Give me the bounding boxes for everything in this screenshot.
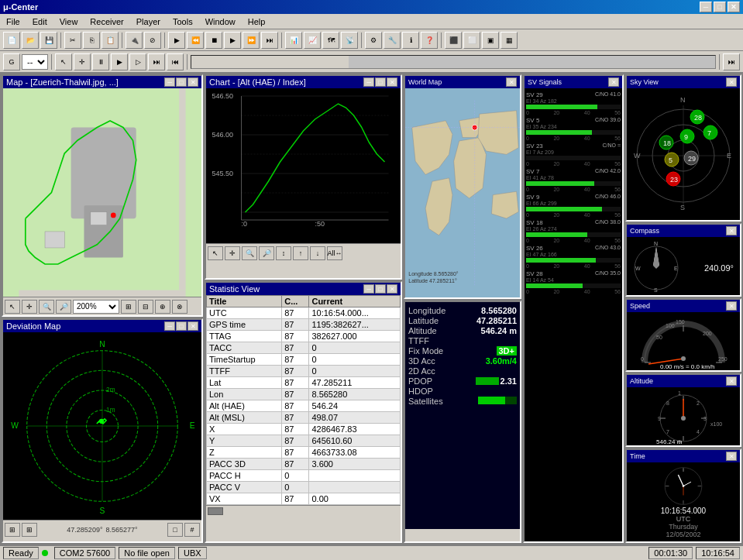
tb4[interactable]: ⏪ [187, 32, 204, 49]
stat-content[interactable]: Title C... Current UTC8710:16:54.000...G… [206, 295, 401, 543]
map-minimize[interactable]: ─ [164, 77, 175, 87]
port-dropdown[interactable]: -- [22, 54, 48, 70]
maximize-button[interactable]: □ [714, 2, 726, 12]
tb3[interactable]: ▶ [168, 32, 185, 49]
menu-receiver[interactable]: Receiver [87, 15, 126, 28]
tb13[interactable]: ⚙ [365, 32, 382, 49]
map-tb7[interactable]: ⊕ [155, 300, 170, 314]
dev-close[interactable]: ✕ [187, 321, 198, 331]
tb15[interactable]: ℹ [402, 32, 419, 49]
status-ubx: UBX [178, 547, 207, 559]
stat-minimize[interactable]: ─ [363, 284, 374, 294]
new-button[interactable]: 📄 [3, 32, 20, 49]
menu-file[interactable]: File [3, 15, 23, 28]
menu-window[interactable]: Window [202, 15, 239, 28]
map-tb6[interactable]: ⊟ [138, 300, 153, 314]
stat-close[interactable]: ✕ [387, 284, 397, 294]
tb5[interactable]: ⏹ [205, 32, 222, 49]
chart-minimize[interactable]: ─ [363, 77, 374, 87]
connect-button[interactable]: 🔌 [126, 32, 143, 49]
tb9[interactable]: 📊 [285, 32, 302, 49]
chart-tb5[interactable]: ↕ [276, 246, 291, 260]
info-alt-value: 546.24 m [481, 326, 517, 335]
tb-skip[interactable]: ⏭ [723, 53, 740, 70]
time-close[interactable]: ✕ [726, 452, 737, 461]
chart-close[interactable]: ✕ [387, 77, 397, 87]
info-row-pdop: PDOP 2.31 [408, 376, 517, 386]
time-title: Time ✕ [627, 450, 740, 462]
open-button[interactable]: 📂 [22, 32, 39, 49]
minimize-button[interactable]: ─ [700, 2, 712, 12]
dev-tb4[interactable]: # [184, 523, 200, 537]
tb-pause[interactable]: ⏸ [92, 53, 109, 70]
paste-button[interactable]: 📋 [101, 32, 119, 49]
tb20[interactable]: ▦ [500, 32, 518, 49]
disconnect-button[interactable]: ⊘ [144, 32, 161, 49]
dev-tb2[interactable]: ⊞ [22, 523, 37, 537]
chart-tb1[interactable]: ↖ [208, 246, 223, 260]
tb8[interactable]: ⏭ [261, 32, 278, 49]
tb-cursor[interactable]: ↖ [55, 53, 72, 70]
map-maximize[interactable]: □ [176, 77, 187, 87]
chart-tb3[interactable]: 🔍 [242, 246, 257, 260]
menu-player[interactable]: Player [133, 15, 163, 28]
dev-tb3[interactable]: □ [167, 523, 183, 537]
menu-edit[interactable]: Edit [29, 15, 50, 28]
svg-text:1m: 1m [106, 407, 115, 414]
stat-hscroll[interactable] [206, 505, 401, 516]
tb-bwd[interactable]: ⏮ [167, 53, 184, 70]
cut-button[interactable]: ✂ [64, 32, 81, 49]
tb7[interactable]: ⏩ [243, 32, 260, 49]
dev-minimize[interactable]: ─ [164, 321, 175, 331]
info-row-alt: Altitude 546.24 m [408, 326, 517, 335]
compass-close[interactable]: ✕ [726, 226, 737, 235]
progress-bar[interactable] [191, 55, 716, 69]
chart-tb4[interactable]: 🔎 [259, 246, 274, 260]
copy-button[interactable]: ⎘ [83, 32, 100, 49]
stat-maximize[interactable]: □ [375, 284, 386, 294]
tb10[interactable]: 📈 [304, 32, 321, 49]
close-button[interactable]: ✕ [728, 2, 740, 12]
map-zoom[interactable]: 200% [73, 300, 119, 314]
tb6[interactable]: ▶ [224, 32, 241, 49]
tb14[interactable]: 🔧 [384, 32, 401, 49]
chart-tb2[interactable]: ✛ [225, 246, 240, 260]
altitude-title: Altitude ✕ [627, 375, 740, 387]
altitude-close[interactable]: ✕ [726, 376, 737, 386]
hscroll-thumb[interactable] [208, 507, 223, 515]
table-row: Lat8747.285211 [207, 377, 401, 389]
tb-step[interactable]: ▷ [129, 53, 146, 70]
menu-view[interactable]: View [57, 15, 81, 28]
map-tb4[interactable]: 🔎 [56, 300, 71, 314]
chart-maximize[interactable]: □ [375, 77, 386, 87]
chart-tb6[interactable]: ↑ [293, 246, 308, 260]
tb-play2[interactable]: ▶ [111, 53, 128, 70]
tb11[interactable]: 🗺 [322, 32, 339, 49]
map-tb2[interactable]: ✛ [22, 300, 37, 314]
tb17[interactable]: ⬛ [445, 32, 462, 49]
tb12[interactable]: 📡 [341, 32, 358, 49]
skyview-close[interactable]: ✕ [726, 77, 737, 87]
tb-ffwd[interactable]: ⏭ [148, 53, 165, 70]
map-tb1[interactable]: ↖ [5, 300, 20, 314]
tb18[interactable]: ⬜ [463, 32, 480, 49]
tb-cross[interactable]: ✛ [74, 53, 91, 70]
chart-tb7[interactable]: ↓ [310, 246, 325, 260]
dev-maximize[interactable]: □ [176, 321, 187, 331]
menu-help[interactable]: Help [245, 15, 269, 28]
map-tb8[interactable]: ⊗ [172, 300, 187, 314]
speed-close[interactable]: ✕ [726, 301, 737, 311]
sv-bars-close[interactable]: ✕ [608, 77, 619, 87]
menu-tools[interactable]: Tools [170, 15, 196, 28]
world-close[interactable]: ✕ [506, 77, 517, 87]
chart-tb8[interactable]: All↔ [327, 246, 342, 260]
tb-gps[interactable]: G [3, 53, 20, 70]
save-button[interactable]: 💾 [40, 32, 57, 49]
tb19[interactable]: ▣ [482, 32, 499, 49]
map-close[interactable]: ✕ [187, 77, 198, 87]
map-tb3[interactable]: 🔍 [39, 300, 54, 314]
info-pdop-value: 2.31 [500, 376, 517, 386]
dev-tb1[interactable]: ⊞ [5, 523, 20, 537]
tb16[interactable]: ❓ [421, 32, 438, 49]
map-tb5[interactable]: ⊞ [121, 300, 136, 314]
